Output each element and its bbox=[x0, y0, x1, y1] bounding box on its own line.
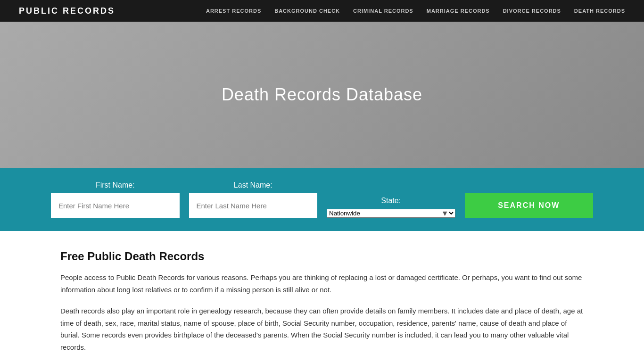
content-paragraph-1: People access to Public Death Records fo… bbox=[60, 272, 584, 296]
nav-death-records[interactable]: DEATH RECORDS bbox=[574, 8, 625, 14]
first-name-label: First Name: bbox=[51, 181, 180, 189]
last-name-input[interactable] bbox=[189, 193, 318, 218]
state-select-wrapper: Nationwide Alabama Alaska Arizona Arkans… bbox=[327, 209, 455, 218]
nav-divorce-records[interactable]: DIVORCE RECORDS bbox=[503, 8, 561, 14]
nav-marriage-records[interactable]: MARRIAGE RECORDS bbox=[427, 8, 490, 14]
first-name-field: First Name: bbox=[51, 181, 180, 218]
last-name-field: Last Name: bbox=[189, 181, 318, 218]
hero-section: Death Records Database bbox=[0, 22, 644, 168]
state-select[interactable]: Nationwide Alabama Alaska Arizona Arkans… bbox=[327, 209, 455, 218]
nav-arrest-records[interactable]: ARREST RECORDS bbox=[206, 8, 261, 14]
first-name-input[interactable] bbox=[51, 193, 180, 218]
main-nav: ARREST RECORDS BACKGROUND CHECK CRIMINAL… bbox=[206, 8, 625, 14]
content-paragraph-2: Death records also play an important rol… bbox=[60, 305, 584, 353]
search-button-wrapper: SEARCH NOW bbox=[465, 193, 594, 218]
site-logo: PUBLIC RECORDS bbox=[19, 6, 115, 16]
site-header: PUBLIC RECORDS ARREST RECORDS BACKGROUND… bbox=[0, 0, 644, 22]
search-now-button[interactable]: SEARCH NOW bbox=[465, 193, 594, 218]
state-field: State: Nationwide Alabama Alaska Arizona… bbox=[327, 197, 455, 218]
nav-criminal-records[interactable]: CRIMINAL RECORDS bbox=[353, 8, 413, 14]
main-content: Free Public Death Records People access … bbox=[51, 231, 593, 362]
hero-title: Death Records Database bbox=[222, 85, 422, 105]
last-name-label: Last Name: bbox=[189, 181, 318, 189]
nav-background-check[interactable]: BACKGROUND CHECK bbox=[274, 8, 340, 14]
content-heading: Free Public Death Records bbox=[60, 250, 584, 263]
state-label: State: bbox=[327, 197, 455, 205]
search-section: First Name: Last Name: State: Nationwide… bbox=[0, 168, 644, 231]
